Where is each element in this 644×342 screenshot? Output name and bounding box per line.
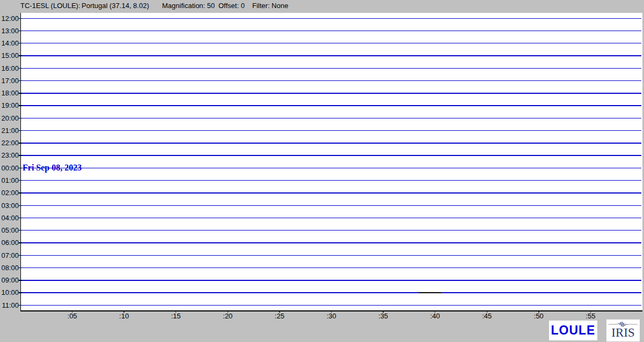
time-label: 16:00 <box>0 64 19 72</box>
header-bar: TC-1ESL (LOULE): Portugal (37.14, 8.02) … <box>0 2 644 10</box>
time-label: 06:00 <box>0 239 19 247</box>
recent-trace-segment <box>419 292 441 293</box>
trace-line <box>22 130 641 131</box>
trace-line <box>22 267 641 268</box>
time-label: 13:00 <box>0 27 19 35</box>
filter-value: Filter: None <box>252 2 288 10</box>
time-label: 15:00 <box>0 51 19 60</box>
plot-area[interactable] <box>20 13 642 311</box>
time-label: 00:00 <box>0 164 19 172</box>
helicorder-window: TC-1ESL (LOULE): Portugal (37.14, 8.02) … <box>0 0 644 342</box>
trace-line <box>22 230 641 231</box>
minute-label: :45 <box>476 313 497 320</box>
iris-logo-text: IRIS <box>611 326 634 339</box>
time-label: 10:00 <box>0 288 19 296</box>
station-title: TC-1ESL (LOULE): <box>20 2 80 10</box>
minute-label: :30 <box>321 313 342 320</box>
date-annotation: Fri Sep 08, 2023 <box>23 163 82 173</box>
time-label: 11:00 <box>0 301 19 309</box>
time-label: 18:00 <box>0 89 19 97</box>
trace-line <box>22 168 641 168</box>
trace-line <box>22 280 641 280</box>
trace-line <box>22 43 641 43</box>
minute-label: :10 <box>113 313 135 320</box>
station-region: Portugal (37.14, 8.02) <box>82 2 149 10</box>
time-label: 04:00 <box>0 214 19 222</box>
time-label: 05:00 <box>0 226 19 234</box>
time-label: 12:00 <box>0 14 19 23</box>
trace-line <box>22 305 641 306</box>
minute-label: :40 <box>425 313 446 320</box>
trace-line <box>22 55 641 56</box>
trace-line <box>22 80 641 81</box>
minute-label: :55 <box>580 313 601 320</box>
offset-value: Offset: 0 <box>218 2 245 10</box>
station-badge: LOULE <box>549 321 597 340</box>
time-label: 14:00 <box>0 39 19 47</box>
minute-label: :05 <box>62 313 83 320</box>
trace-line <box>22 192 641 193</box>
time-label: 03:00 <box>0 202 19 210</box>
minute-label: :15 <box>165 313 187 320</box>
time-label: 08:00 <box>0 264 19 272</box>
time-label: 21:00 <box>0 127 19 135</box>
magnification-value: Magnification: 50 <box>162 2 215 10</box>
trace-line <box>22 93 641 93</box>
time-label: 20:00 <box>0 114 19 122</box>
iris-logo: IRIS <box>606 319 640 341</box>
trace-line <box>22 292 641 293</box>
trace-line <box>22 118 641 118</box>
trace-line <box>22 68 641 69</box>
trace-line <box>22 105 641 106</box>
trace-line <box>22 180 641 181</box>
trace-line <box>22 18 641 19</box>
trace-line <box>22 31 641 31</box>
time-label: 07:00 <box>0 251 19 259</box>
minute-label: :20 <box>217 313 238 320</box>
trace-line <box>22 205 641 206</box>
time-label: 01:00 <box>0 176 19 184</box>
trace-line <box>22 155 641 155</box>
time-label: 09:00 <box>0 276 19 284</box>
time-label: 02:00 <box>0 189 19 197</box>
time-label: 17:00 <box>0 77 19 85</box>
trace-line <box>22 218 641 218</box>
trace-line <box>22 255 641 256</box>
minute-label: :25 <box>269 313 290 320</box>
time-label: 22:00 <box>0 139 19 147</box>
time-label: 23:00 <box>0 151 19 159</box>
minute-label: :35 <box>372 313 394 320</box>
time-label: 19:00 <box>0 101 19 109</box>
station-badge-label: LOULE <box>551 324 596 337</box>
trace-line <box>22 143 641 143</box>
trace-line <box>22 242 641 243</box>
minute-label: :50 <box>528 313 550 320</box>
